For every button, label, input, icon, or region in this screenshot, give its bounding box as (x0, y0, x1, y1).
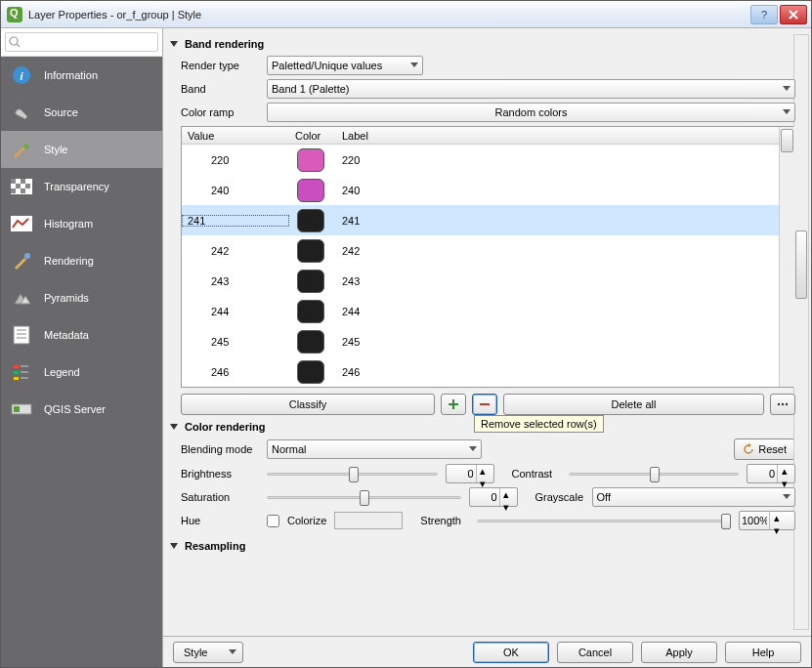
table-row[interactable]: 243243 (182, 266, 779, 296)
spin-up[interactable]: ▴ (500, 488, 513, 501)
reset-button[interactable]: Reset (734, 438, 795, 460)
section-resampling[interactable]: Resampling (169, 540, 795, 552)
color-swatch[interactable] (297, 179, 324, 202)
color-swatch[interactable] (297, 239, 324, 263)
titlebar-help-button[interactable]: ? (750, 5, 778, 24)
band-combo[interactable]: Band 1 (Palette) (267, 79, 795, 99)
strength-value[interactable]: ▴▾ (739, 511, 795, 530)
server-icon (11, 398, 32, 420)
cancel-button[interactable]: Cancel (557, 642, 633, 663)
header-color[interactable]: Color (289, 130, 336, 142)
apply-button[interactable]: Apply (641, 642, 717, 663)
sidebar-item-source[interactable]: Source (1, 94, 162, 131)
sidebar-item-qgis-server[interactable]: QGIS Server (1, 391, 162, 428)
color-swatch[interactable] (297, 300, 324, 323)
sidebar-search-input[interactable] (5, 32, 158, 52)
paintbrush-icon (11, 250, 32, 271)
add-row-button[interactable] (441, 394, 466, 415)
cell-label: 220 (336, 154, 779, 166)
header-label[interactable]: Label (336, 130, 779, 142)
sidebar-item-metadata[interactable]: Metadata (1, 316, 162, 354)
table-row[interactable]: 241241 (182, 205, 779, 235)
svg-marker-38 (170, 543, 178, 549)
strength-label: Strength (410, 515, 469, 526)
contrast-slider[interactable] (569, 464, 740, 483)
cell-value: 241 (182, 215, 289, 227)
sidebar-item-style[interactable]: Style (1, 131, 162, 168)
sidebar-item-pyramids[interactable]: Pyramids (1, 279, 162, 316)
svg-marker-28 (410, 63, 418, 67)
color-swatch[interactable] (297, 360, 324, 384)
color-ramp-combo[interactable]: Random colors (267, 103, 795, 122)
style-menu-button[interactable]: Style (173, 642, 243, 663)
sidebar-item-information[interactable]: i Information (1, 57, 162, 94)
spin-up[interactable]: ▴ (477, 465, 490, 478)
svg-rect-6 (21, 179, 25, 184)
scrollbar-thumb[interactable] (781, 129, 793, 152)
table-row[interactable]: 245245 (182, 326, 779, 356)
sidebar-item-transparency[interactable]: Transparency (1, 168, 162, 205)
titlebar-close-button[interactable] (780, 5, 807, 24)
colorize-color-button[interactable] (334, 512, 403, 529)
svg-point-31 (778, 403, 780, 405)
table-row[interactable]: 242242 (182, 235, 779, 266)
saturation-slider[interactable] (267, 487, 461, 507)
spin-down[interactable]: ▾ (770, 524, 783, 537)
table-row[interactable]: 220220 (182, 145, 779, 175)
color-swatch[interactable] (297, 209, 324, 232)
table-scrollbar[interactable] (779, 127, 794, 387)
cell-value: 245 (182, 336, 289, 348)
table-row[interactable]: 240240 (182, 175, 779, 205)
cell-label: 246 (336, 366, 779, 378)
cell-label: 243 (336, 275, 779, 287)
section-band-rendering[interactable]: Band rendering (169, 38, 795, 50)
cell-label: 245 (336, 336, 779, 348)
main-scrollbar[interactable] (793, 34, 809, 630)
color-swatch[interactable] (297, 330, 324, 354)
spin-up[interactable]: ▴ (778, 465, 791, 478)
scrollbar-thumb[interactable] (795, 230, 807, 299)
blending-mode-combo[interactable]: Normal (267, 439, 482, 459)
strength-slider[interactable] (477, 511, 731, 530)
cell-value: 242 (182, 245, 289, 257)
dialog-button-bar: Style OK Cancel Apply Help (163, 636, 811, 667)
cell-value: 243 (182, 275, 289, 287)
color-swatch[interactable] (297, 270, 324, 293)
layer-properties-dialog: Layer Properties - or_f_group | Style ? … (0, 0, 812, 668)
sidebar-item-label: Pyramids (44, 292, 89, 304)
sidebar-search-wrap (1, 28, 162, 57)
wrench-icon (11, 102, 32, 123)
saturation-value[interactable]: ▴▾ (469, 487, 518, 507)
grayscale-combo[interactable]: Off (592, 487, 796, 507)
sidebar-item-legend[interactable]: Legend (1, 354, 162, 391)
pyramids-icon (11, 287, 32, 309)
more-options-button[interactable] (770, 394, 795, 415)
color-swatch[interactable] (297, 148, 324, 172)
sidebar-item-histogram[interactable]: Histogram (1, 205, 162, 242)
metadata-icon (11, 324, 32, 346)
window-title: Layer Properties - or_f_group | Style (28, 9, 750, 21)
sidebar-item-label: Source (44, 106, 78, 118)
remove-row-button[interactable] (472, 394, 497, 415)
header-value[interactable]: Value (182, 130, 289, 142)
svg-rect-19 (14, 365, 19, 368)
help-button[interactable]: Help (725, 642, 801, 663)
brightness-slider[interactable] (267, 464, 438, 483)
ok-button[interactable]: OK (473, 642, 549, 663)
svg-marker-29 (783, 86, 791, 91)
svg-point-33 (786, 403, 788, 405)
contrast-value[interactable]: ▴▾ (747, 464, 795, 483)
colorize-checkbox[interactable] (267, 515, 279, 527)
brightness-value[interactable]: ▴▾ (446, 464, 494, 483)
render-type-combo[interactable]: Paletted/Unique values (267, 56, 423, 75)
svg-rect-21 (14, 377, 19, 380)
classify-button[interactable]: Classify (181, 394, 435, 415)
cell-value: 244 (182, 306, 289, 317)
table-row[interactable]: 244244 (182, 296, 779, 326)
table-row[interactable]: 246246 (182, 356, 779, 387)
cell-value: 220 (182, 154, 289, 166)
spin-up[interactable]: ▴ (770, 512, 783, 524)
combo-value: Band 1 (Palette) (272, 83, 350, 95)
sidebar-item-rendering[interactable]: Rendering (1, 242, 162, 279)
delete-all-button[interactable]: Delete all (503, 394, 764, 415)
